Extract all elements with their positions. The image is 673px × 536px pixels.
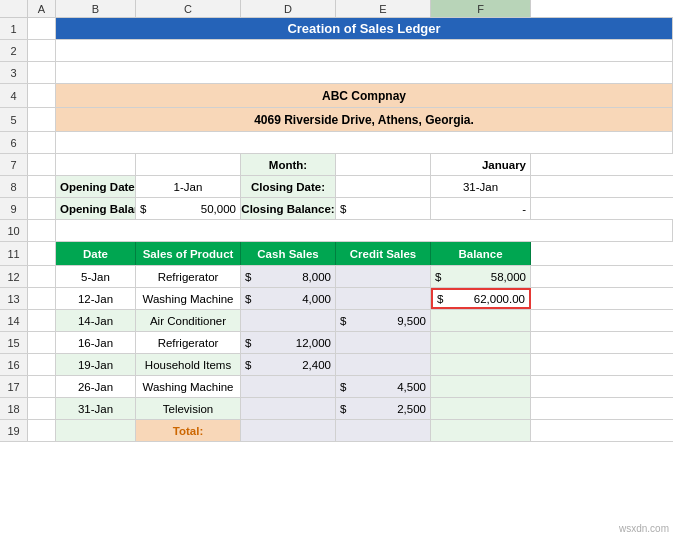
cell-8e	[336, 176, 431, 197]
cell-7a	[28, 154, 56, 175]
opening-balance-label: Opening Balance:	[56, 198, 136, 219]
cell-19d	[241, 420, 336, 441]
row-7: 7 Month: January	[0, 154, 673, 176]
data-16-balance	[431, 354, 531, 375]
cell-14a	[28, 310, 56, 331]
data-15-cash: $ 12,000	[241, 332, 336, 353]
data-13-cash-cur: $	[245, 293, 251, 305]
cell-11a	[28, 242, 56, 265]
closing-balance-currency: $	[336, 198, 431, 219]
cell-19e	[336, 420, 431, 441]
month-label: Month:	[241, 154, 336, 175]
data-16-cash-val: 2,400	[302, 359, 331, 371]
row-num-5: 5	[0, 108, 28, 131]
row-num-14: 14	[0, 310, 28, 331]
cell-7c	[136, 154, 241, 175]
data-18-cash	[241, 398, 336, 419]
cell-2bcdef	[56, 40, 673, 61]
cell-6a	[28, 132, 56, 153]
cell-10a	[28, 220, 56, 241]
data-17-credit-val: 4,500	[397, 381, 426, 393]
row-6: 6	[0, 132, 673, 154]
col-header-row-num	[0, 0, 28, 17]
data-16-cash: $ 2,400	[241, 354, 336, 375]
row-num-17: 17	[0, 376, 28, 397]
closing-date-label: Closing Date:	[241, 176, 336, 197]
data-18-credit-val: 2,500	[397, 403, 426, 415]
data-14-product: Air Conditioner	[136, 310, 241, 331]
data-15-product: Refrigerator	[136, 332, 241, 353]
row-19: 19 Total:	[0, 420, 673, 442]
month-value: January	[431, 154, 531, 175]
data-13-cash-val: 4,000	[302, 293, 331, 305]
data-13-balance-selected[interactable]: $ 62,000.00	[431, 288, 531, 309]
row-num-3: 3	[0, 62, 28, 83]
opening-date-value: 1-Jan	[136, 176, 241, 197]
row-13: 13 12-Jan Washing Machine $ 4,000 $ 62,0…	[0, 288, 673, 310]
cell-19a	[28, 420, 56, 441]
row-16: 16 19-Jan Household Items $ 2,400	[0, 354, 673, 376]
table-header-balance: Balance	[431, 242, 531, 265]
row-17: 17 26-Jan Washing Machine $ 4,500	[0, 376, 673, 398]
data-15-credit	[336, 332, 431, 353]
cell-6bcdef	[56, 132, 673, 153]
cell-19b	[56, 420, 136, 441]
spreadsheet: A B C D E F 1 Creation of Sales Ledger 2…	[0, 0, 673, 536]
watermark: wsxdn.com	[619, 523, 669, 534]
closing-balance-label: Closing Balance:	[241, 198, 336, 219]
data-13-bal-cur: $	[437, 293, 443, 305]
row-num-13: 13	[0, 288, 28, 309]
cell-18a	[28, 398, 56, 419]
cell-3bcdef	[56, 62, 673, 83]
data-12-cash: $ 8,000	[241, 266, 336, 287]
data-18-credit: $ 2,500	[336, 398, 431, 419]
data-16-credit	[336, 354, 431, 375]
data-16-date: 19-Jan	[56, 354, 136, 375]
row-2: 2	[0, 40, 673, 62]
data-12-credit	[336, 266, 431, 287]
data-12-bal-val: 58,000	[491, 271, 526, 283]
data-17-cash	[241, 376, 336, 397]
total-label: Total:	[136, 420, 241, 441]
data-15-cash-val: 12,000	[296, 337, 331, 349]
cell-10bcdef	[56, 220, 673, 241]
closing-balance-value: -	[431, 198, 531, 219]
data-16-product: Household Items	[136, 354, 241, 375]
data-13-date: 12-Jan	[56, 288, 136, 309]
data-17-balance	[431, 376, 531, 397]
data-15-balance	[431, 332, 531, 353]
company-name-cell: ABC Compnay	[56, 84, 673, 107]
cell-19f	[431, 420, 531, 441]
col-header-c: C	[136, 0, 241, 17]
opening-balance-currency: $	[140, 203, 146, 215]
cell-9a	[28, 198, 56, 219]
row-8: 8 Opening Date: 1-Jan Closing Date: 31-J…	[0, 176, 673, 198]
row-num-2: 2	[0, 40, 28, 61]
cell-8a	[28, 176, 56, 197]
data-16-cash-cur: $	[245, 359, 251, 371]
column-headers: A B C D E F	[0, 0, 673, 18]
row-num-9: 9	[0, 198, 28, 219]
data-17-credit: $ 4,500	[336, 376, 431, 397]
cell-5a	[28, 108, 56, 131]
data-14-credit-val: 9,500	[397, 315, 426, 327]
row-num-18: 18	[0, 398, 28, 419]
row-num-8: 8	[0, 176, 28, 197]
data-13-product: Washing Machine	[136, 288, 241, 309]
cell-1a	[28, 18, 56, 39]
data-14-credit: $ 9,500	[336, 310, 431, 331]
closing-date-value: 31-Jan	[431, 176, 531, 197]
row-4: 4 ABC Compnay	[0, 84, 673, 108]
data-17-credit-cur: $	[340, 381, 346, 393]
data-18-credit-cur: $	[340, 403, 346, 415]
row-num-19: 19	[0, 420, 28, 441]
data-13-bal-val: 62,000.00	[474, 293, 525, 305]
row-15: 15 16-Jan Refrigerator $ 12,000	[0, 332, 673, 354]
opening-date-label: Opening Date:	[56, 176, 136, 197]
row-num-12: 12	[0, 266, 28, 287]
data-18-balance	[431, 398, 531, 419]
table-header-product: Sales of Product	[136, 242, 241, 265]
data-13-cash: $ 4,000	[241, 288, 336, 309]
row-5: 5 4069 Riverside Drive, Athens, Georgia.	[0, 108, 673, 132]
row-3: 3	[0, 62, 673, 84]
